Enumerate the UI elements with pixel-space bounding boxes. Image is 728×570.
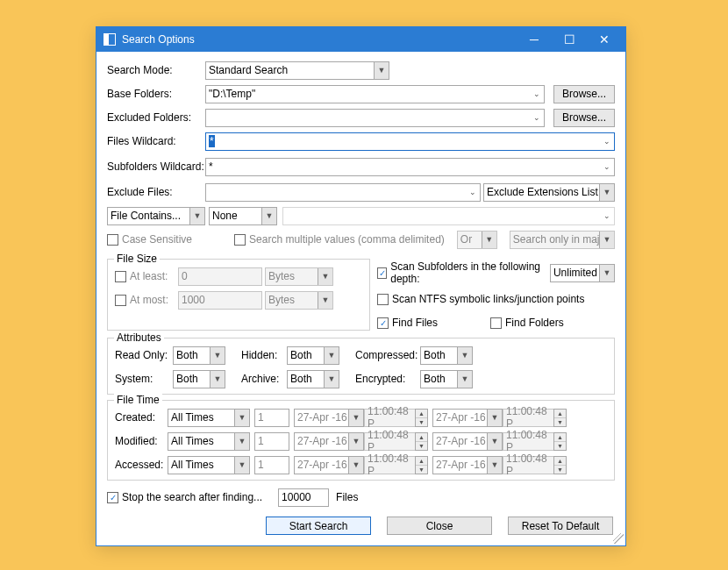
scan-subfolders-check[interactable]: ✓Scan Subfolders in the following depth: (377, 260, 544, 285)
scan-ntfs-check[interactable]: Scan NTFS symbolic links/junction points (377, 293, 584, 305)
accessed-time-to[interactable]: 11:00:48 P▲▼ (503, 456, 567, 474)
major-streams-combo[interactable]: Search only in major stre▼ (510, 231, 615, 249)
resize-grip-icon[interactable] (613, 533, 624, 544)
base-folders-combo[interactable]: "D:\Temp" ⌄ (205, 85, 545, 103)
chevron-down-icon: ▼ (482, 232, 496, 248)
hidden-label: Hidden: (225, 349, 287, 361)
modified-date-to[interactable]: 27-Apr -16▼ (432, 432, 503, 451)
chevron-down-icon: ▼ (374, 62, 389, 79)
attributes-group: Attributes Read Only: Both▼ Hidden: Both… (107, 338, 615, 395)
file-time-legend: File Time (114, 394, 162, 406)
file-size-legend: File Size (114, 253, 160, 265)
read-only-combo[interactable]: Both▼ (173, 346, 225, 365)
browse-excluded-button[interactable]: Browse... (553, 109, 615, 127)
titlebar[interactable]: Search Options ─ ☐ ✕ (96, 27, 625, 52)
compressed-label: Compressed: (339, 349, 420, 361)
chevron-down-icon: ⌄ (599, 159, 614, 175)
find-files-check[interactable]: ✓Find Files (377, 317, 438, 329)
files-wildcard-label: Files Wildcard: (107, 135, 205, 147)
case-sensitive-check[interactable]: Case Sensitive (107, 233, 192, 246)
created-label: Created: (115, 411, 168, 424)
multi-values-check[interactable]: Search multiple values (comma delimited) (234, 233, 445, 246)
modified-mode-combo[interactable]: All Times▼ (168, 432, 250, 451)
encrypted-combo[interactable]: Both▼ (420, 370, 473, 388)
accessed-label: Accessed: (115, 459, 168, 471)
created-mode-combo[interactable]: All Times▼ (168, 409, 250, 427)
chevron-down-icon: ⌄ (465, 184, 480, 201)
at-most-check[interactable]: At most: (115, 294, 178, 306)
client-area: Search Mode: Standard Search ▼ Base Fold… (96, 52, 625, 545)
at-most-unit-combo[interactable]: Bytes▼ (265, 291, 333, 310)
or-combo[interactable]: Or▼ (457, 231, 497, 249)
created-date-to[interactable]: 27-Apr -16▼ (432, 409, 503, 427)
chevron-down-icon: ▼ (599, 232, 614, 248)
modified-date-from[interactable]: 27-Apr -16▼ (294, 432, 364, 451)
file-contains-combo[interactable]: File Contains... ▼ (107, 207, 205, 225)
exclude-ext-list-combo[interactable]: Exclude Extensions List ▼ (483, 183, 615, 202)
search-options-window: Search Options ─ ☐ ✕ Search Mode: Standa… (96, 26, 626, 546)
hidden-combo[interactable]: Both▼ (287, 346, 339, 365)
excluded-folders-label: Excluded Folders: (107, 111, 205, 124)
files-suffix: Files (336, 491, 358, 503)
accessed-mode-combo[interactable]: All Times▼ (168, 456, 250, 474)
accessed-date-to[interactable]: 27-Apr -16▼ (432, 456, 503, 474)
modified-time-to[interactable]: 11:00:48 P▲▼ (503, 432, 567, 451)
file-size-group: File Size At least: 0 Bytes▼ At most: 10… (107, 259, 370, 331)
created-time-to[interactable]: 11:00:48 P▲▼ (503, 409, 567, 427)
read-only-label: Read Only: (115, 349, 173, 361)
exclude-files-combo[interactable]: ⌄ (205, 183, 481, 202)
start-search-button[interactable]: Start Search (266, 517, 371, 535)
created-count[interactable]: 1 (254, 409, 289, 427)
minimize-button[interactable]: ─ (517, 27, 552, 52)
file-time-group: File Time Created: All Times▼ 1 27-Apr -… (107, 400, 615, 481)
chevron-down-icon: ▼ (189, 208, 204, 224)
window-title: Search Options (122, 33, 517, 46)
contains-encoding-combo[interactable]: None ▼ (209, 207, 277, 225)
system-label: System: (115, 373, 173, 385)
modified-count[interactable]: 1 (254, 432, 289, 451)
search-mode-label: Search Mode: (107, 64, 205, 76)
modified-label: Modified: (115, 435, 168, 447)
created-time-from[interactable]: 11:00:48 P▲▼ (364, 409, 428, 427)
excluded-folders-combo[interactable]: ⌄ (205, 109, 545, 127)
base-folders-label: Base Folders: (107, 88, 205, 100)
compressed-combo[interactable]: Both▼ (420, 346, 473, 365)
accessed-time-from[interactable]: 11:00:48 P▲▼ (364, 456, 428, 474)
archive-label: Archive: (225, 373, 287, 385)
close-button[interactable]: Close (387, 517, 492, 535)
reset-default-button[interactable]: Reset To Default (508, 517, 613, 535)
chevron-down-icon: ⌄ (599, 133, 614, 150)
stop-after-check[interactable]: ✓Stop the search after finding... (107, 491, 262, 503)
created-date-from[interactable]: 27-Apr -16▼ (294, 409, 364, 427)
find-folders-check[interactable]: Find Folders (490, 317, 564, 329)
contains-value-combo[interactable]: ⌄ (282, 207, 615, 225)
system-combo[interactable]: Both▼ (173, 370, 225, 388)
search-mode-combo[interactable]: Standard Search ▼ (205, 61, 389, 80)
stop-count-input[interactable]: 10000 (278, 488, 329, 507)
chevron-down-icon: ▼ (261, 208, 276, 224)
app-icon (103, 33, 116, 46)
at-least-check[interactable]: At least: (115, 270, 178, 282)
accessed-count[interactable]: 1 (254, 456, 289, 474)
files-wildcard-combo[interactable]: * ⌄ (205, 132, 615, 151)
subfolders-wildcard-combo[interactable]: * ⌄ (205, 158, 615, 176)
maximize-button[interactable]: ☐ (552, 27, 587, 52)
encrypted-label: Encrypted: (339, 373, 420, 385)
subfolders-wildcard-label: Subfolders Wildcard: (107, 160, 205, 173)
chevron-down-icon: ⌄ (529, 110, 544, 126)
accessed-date-from[interactable]: 27-Apr -16▼ (294, 456, 364, 474)
chevron-down-icon: ▼ (599, 184, 614, 201)
at-least-unit-combo[interactable]: Bytes▼ (265, 267, 333, 286)
close-window-button[interactable]: ✕ (587, 27, 622, 52)
modified-time-from[interactable]: 11:00:48 P▲▼ (364, 432, 428, 451)
browse-base-button[interactable]: Browse... (553, 85, 615, 103)
depth-combo[interactable]: Unlimited▼ (550, 264, 615, 282)
chevron-down-icon: ⌄ (599, 208, 614, 224)
attributes-legend: Attributes (114, 331, 164, 344)
archive-combo[interactable]: Both▼ (287, 370, 339, 388)
exclude-files-label: Exclude Files: (107, 186, 205, 198)
chevron-down-icon: ⌄ (529, 86, 544, 103)
